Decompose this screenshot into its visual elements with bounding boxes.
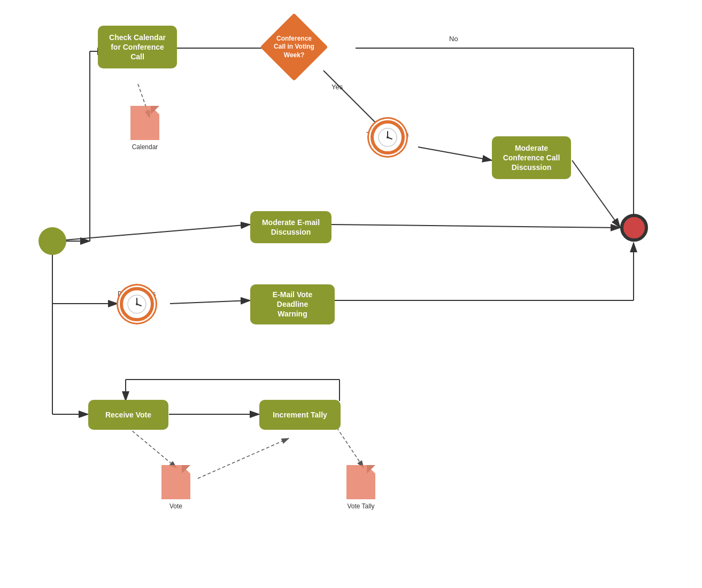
workflow-diagram: Check Calendar for Conference Call Calen…	[0, 0, 702, 588]
svg-line-10	[418, 147, 492, 160]
svg-line-13	[331, 225, 620, 228]
delay-clock	[120, 287, 154, 321]
check-calendar-task: Check Calendar for Conference Call	[98, 26, 177, 68]
svg-line-26	[198, 438, 289, 478]
conference-diamond: ConferenceCall in VotingWeek?	[262, 15, 326, 79]
moderate-conf-label: Moderate Conference Call Discussion	[503, 143, 560, 173]
vote-doc-shape	[161, 465, 190, 499]
svg-line-16	[170, 300, 250, 304]
vote-tally-doc-label: Vote Tally	[347, 502, 374, 510]
svg-line-27	[337, 428, 364, 468]
vote-doc-label: Vote	[169, 502, 182, 510]
yes-label: Yes	[331, 83, 343, 91]
increment-tally-label: Increment Tally	[273, 410, 327, 420]
start-node	[38, 227, 66, 255]
wait-clock	[371, 120, 405, 154]
svg-line-25	[128, 428, 176, 468]
delay-clock-container: Delay 6 Days	[118, 287, 156, 298]
calendar-doc-shape	[130, 106, 159, 140]
email-warning-task: E-Mail Vote Deadline Warning	[250, 284, 335, 324]
svg-line-12	[52, 225, 250, 241]
wait-clock-container: Wait untilThursday, 9am	[366, 120, 408, 138]
moderate-email-task: Moderate E-mail Discussion	[250, 211, 331, 243]
email-warning-label: E-Mail Vote Deadline Warning	[258, 290, 327, 319]
svg-line-11	[572, 160, 620, 228]
calendar-doc-label: Calendar	[132, 143, 158, 151]
vote-doc: Vote	[161, 465, 190, 510]
receive-vote-label: Receive Vote	[105, 410, 151, 420]
no-label: No	[449, 35, 458, 43]
increment-tally-task: Increment Tally	[259, 400, 341, 430]
calendar-doc: Calendar	[130, 106, 159, 151]
end-node	[620, 214, 648, 242]
svg-point-35	[136, 303, 138, 305]
moderate-conf-task: Moderate Conference Call Discussion	[492, 136, 571, 179]
svg-point-31	[387, 136, 389, 138]
diamond-label: ConferenceCall in VotingWeek?	[273, 35, 315, 60]
receive-vote-task: Receive Vote	[88, 400, 168, 430]
vote-tally-doc: Vote Tally	[346, 465, 375, 510]
vote-tally-doc-shape	[346, 465, 375, 499]
moderate-email-label: Moderate E-mail Discussion	[262, 218, 320, 237]
check-calendar-label: Check Calendar for Conference Call	[109, 33, 166, 62]
